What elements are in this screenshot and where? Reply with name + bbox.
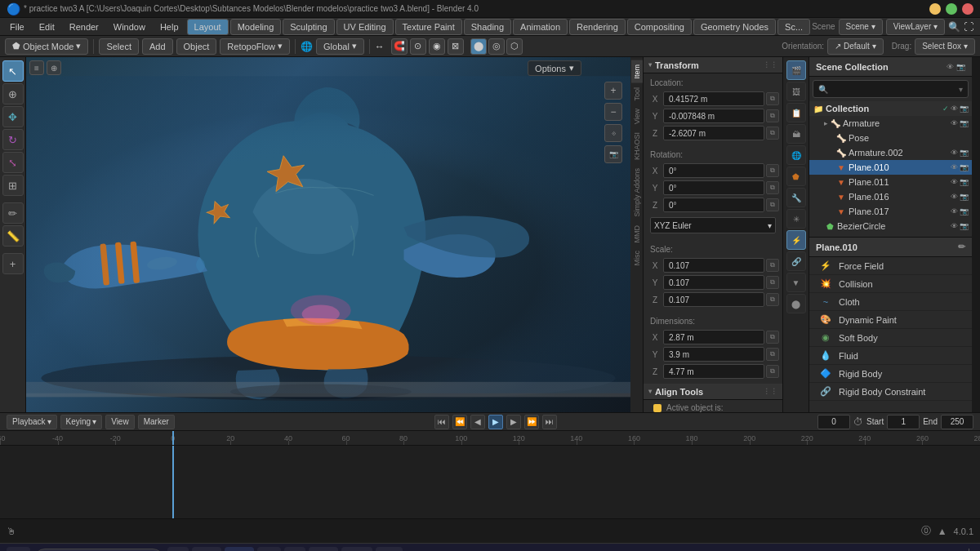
taskbar-firefox[interactable]: 🦊 <box>309 547 338 552</box>
bezier-eye[interactable]: 👁 <box>951 222 958 230</box>
p017-cam[interactable]: 📷 <box>960 207 969 216</box>
workspace-geometry-nodes[interactable]: Geometry Nodes <box>693 19 776 35</box>
plane-010-item[interactable]: ▼ Plane.010 👁 📷 <box>809 160 972 175</box>
workspace-shading[interactable]: Shading <box>464 19 511 35</box>
coll-cam[interactable]: 📷 <box>960 104 969 113</box>
prev-frame[interactable]: ◀ <box>470 415 485 429</box>
workspace-rendering[interactable]: Rendering <box>569 19 626 35</box>
perspective-toggle[interactable]: ⟐ <box>604 124 622 142</box>
dim-x-value[interactable]: 2.87 m <box>663 330 764 344</box>
workspace-sc[interactable]: Sc... <box>777 19 810 35</box>
side-tab-khaosi[interactable]: KHAOSI <box>631 128 643 164</box>
object-mode-selector[interactable]: ⬟ Object Mode ▾ <box>5 38 88 55</box>
scale-z-value[interactable]: 0.107 <box>663 292 764 307</box>
menu-help[interactable]: Help <box>154 20 185 33</box>
viewport-3d[interactable]: ≡ ⊕ + − ⟐ 📷 Options ▾ <box>26 57 630 412</box>
menu-render[interactable]: Render <box>63 20 105 33</box>
minimize-button[interactable]: — <box>929 3 941 15</box>
p011-eye[interactable]: 👁 <box>951 178 958 186</box>
pivot-icon[interactable]: ↔ <box>375 41 385 52</box>
camera-view[interactable]: 📷 <box>604 145 622 163</box>
properties-world-icon[interactable]: 🌐 <box>786 145 806 165</box>
rot-x-value[interactable]: 0° <box>663 163 764 178</box>
properties-render-icon[interactable]: 🎬 <box>786 60 806 80</box>
close-button[interactable]: ✕ <box>962 3 973 15</box>
scene-selector[interactable]: Scene ▾ <box>839 19 883 35</box>
properties-output-icon[interactable]: 🖼 <box>786 82 806 101</box>
physics-dynamic-paint[interactable]: 🎨 Dynamic Paint <box>809 311 972 329</box>
p010-cam[interactable]: 📷 <box>960 163 969 171</box>
transform-section-header[interactable]: ▾ Transform ⋮⋮ <box>644 57 782 73</box>
physics-collision[interactable]: 💥 Collision <box>809 275 972 293</box>
taskview-btn[interactable]: ⧉ <box>167 547 189 552</box>
coll-check[interactable]: ✓ <box>942 104 949 113</box>
menu-file[interactable]: File <box>3 20 31 33</box>
tool-scale[interactable]: ⤡ <box>2 152 24 173</box>
workspace-compositing[interactable]: Compositing <box>627 19 692 35</box>
side-tab-tool[interactable]: Tool <box>631 83 643 105</box>
taskbar-app1[interactable]: Live <box>341 547 372 552</box>
menu-edit[interactable]: Edit <box>33 20 61 33</box>
collection-item[interactable]: 📁 Collection ✓ 👁 📷 <box>809 101 972 116</box>
options-btn[interactable]: Options ▾ <box>528 60 581 76</box>
zoom-in[interactable]: + <box>604 82 622 100</box>
workspace-uv-editing[interactable]: UV Editing <box>336 19 394 35</box>
loc-x-copy[interactable]: ⧉ <box>766 92 779 105</box>
properties-view-icon[interactable]: 📋 <box>786 103 806 122</box>
side-tab-misc[interactable]: Misc <box>631 247 643 270</box>
menu-window[interactable]: Window <box>107 20 152 33</box>
tool-rotate[interactable]: ↻ <box>2 129 24 150</box>
physics-cloth[interactable]: ~ Cloth <box>809 293 972 311</box>
end-frame-input[interactable] <box>941 415 973 429</box>
add-menu[interactable]: Add <box>142 38 173 55</box>
p016-eye[interactable]: 👁 <box>951 193 958 201</box>
xray-btn[interactable]: ⊠ <box>448 38 464 55</box>
select-menu[interactable]: Select <box>99 38 139 55</box>
tool-annotate[interactable]: ✏ <box>2 202 24 224</box>
timeline-ruler[interactable]: -60-40-200204060801001201401601802002202… <box>0 431 980 446</box>
p011-cam[interactable]: 📷 <box>960 178 969 186</box>
rendered-shading[interactable]: ⬡ <box>506 38 523 55</box>
bezier-cam[interactable]: 📷 <box>960 222 969 230</box>
loc-y-value[interactable]: -0.007848 m <box>663 109 764 123</box>
arm002-eye[interactable]: 👁 <box>951 149 958 157</box>
workspace-sculpting[interactable]: Sculpting <box>283 19 334 35</box>
loc-z-copy[interactable]: ⧉ <box>766 127 779 140</box>
fullscreen-icon[interactable]: ⛶ <box>964 21 973 33</box>
plane-016-item[interactable]: ▼ Plane.016 👁 📷 <box>809 189 972 204</box>
rot-z-value[interactable]: 0° <box>663 198 764 212</box>
properties-object-icon[interactable]: ⬟ <box>786 167 806 186</box>
jump-to-start[interactable]: ⏮ <box>434 415 449 429</box>
dim-z-value[interactable]: 4.77 m <box>663 364 764 379</box>
plane-011-item[interactable]: ▼ Plane.011 👁 📷 <box>809 175 972 189</box>
rot-z-copy[interactable]: ⧉ <box>766 198 779 211</box>
windows-start[interactable]: ⊞ <box>7 547 30 552</box>
physics-rigid-body-constraint[interactable]: 🔗 Rigid Body Constraint <box>809 383 972 401</box>
rot-x-copy[interactable]: ⧉ <box>766 164 779 177</box>
outliner-filter-icon[interactable]: ▾ <box>959 85 963 94</box>
current-frame-input[interactable]: 0 <box>817 415 850 429</box>
retopo-flow[interactable]: RetopoFlow ▾ <box>220 38 290 55</box>
view-menu[interactable]: View <box>105 415 135 429</box>
dim-x-copy[interactable]: ⧉ <box>766 331 779 344</box>
side-tab-item[interactable]: Item <box>631 60 643 83</box>
scale-y-copy[interactable]: ⧉ <box>766 276 779 289</box>
tool-measure[interactable]: 📏 <box>2 225 24 247</box>
physics-soft-body[interactable]: ◉ Soft Body <box>809 329 972 347</box>
side-tab-simply-addons[interactable]: Simply Addons <box>631 164 643 221</box>
arm-eye[interactable]: 👁 <box>951 119 958 127</box>
view-layer-selector[interactable]: ViewLayer ▾ <box>886 19 945 35</box>
tool-select[interactable]: ↖ <box>2 60 24 82</box>
marker-menu[interactable]: Marker <box>138 415 175 429</box>
play-button[interactable]: ▶ <box>488 415 503 429</box>
tool-transform[interactable]: ⊞ <box>2 175 24 196</box>
dim-y-value[interactable]: 3.9 m <box>663 347 764 362</box>
playback-menu[interactable]: Playback ▾ <box>7 415 57 429</box>
material-shading[interactable]: ◎ <box>488 38 505 55</box>
keying-menu[interactable]: Keying ▾ <box>60 415 103 429</box>
properties-particles-icon[interactable]: ✳ <box>786 209 806 229</box>
jump-back[interactable]: ⏪ <box>452 415 467 429</box>
taskbar-search[interactable]: 🔍 Buscar <box>33 549 164 552</box>
dim-y-copy[interactable]: ⧉ <box>766 348 779 361</box>
align-tools-section-header[interactable]: ▾ Align Tools ⋮⋮ <box>644 384 782 400</box>
